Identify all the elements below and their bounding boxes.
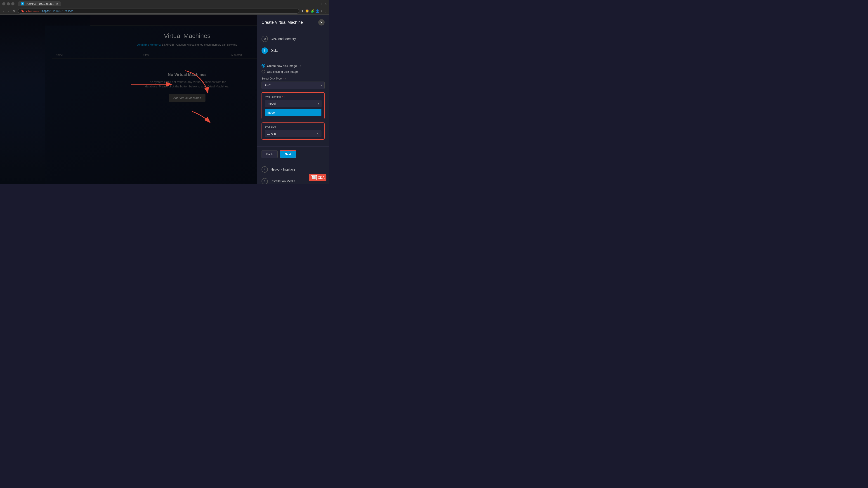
back-button[interactable]: Back [261,150,278,158]
menu-icon[interactable]: ⋮ [324,9,327,13]
minimize-button[interactable] [2,2,5,5]
step-network-interface[interactable]: 4 Network Interface [257,164,329,175]
warning-icon: ● [26,10,28,12]
size-input-field[interactable] [267,132,316,135]
network-step-label: Network Interface [271,168,296,171]
create-new-disk-option[interactable]: Create new disk image ? [261,64,324,68]
create-vm-modal: Create Virtual Machine ✕ ⚙ CPU And Memor… [257,15,329,184]
url-display[interactable]: https://192.168.31.7/ui/vm [42,9,73,13]
maximize-button[interactable] [7,2,10,5]
next-button[interactable]: Next [280,150,296,158]
zvol-size-label: Zvol Size [265,123,321,128]
disk-type-field-label: Select Disk Type * ? [261,77,324,80]
step-disks[interactable]: 3 Disks [257,45,329,57]
extensions-icon[interactable]: 🧩 [310,9,314,13]
zvol-location-select[interactable]: mpool [265,100,321,107]
cpu-memory-step-icon: ⚙ [264,37,266,40]
window-restore-icon[interactable]: □ [321,2,323,6]
modal-close-button[interactable]: ✕ [318,19,324,26]
disk-step-content: Create new disk image ? Use existing dis… [257,60,329,147]
create-new-disk-label: Create new disk image [267,64,297,68]
share-icon[interactable]: ⬆ [301,9,304,13]
use-existing-radio-circle [261,70,265,73]
window-controls [2,2,14,5]
zvol-label-text: Zvol Location [265,95,281,98]
size-clear-icon[interactable]: ✕ [316,132,319,135]
browser-titlebar: T TrueNAS - 192.168.31.7 ✕ + ─ □ ✕ [0,0,329,8]
disks-step-number: 3 [261,47,268,54]
modal-header: Create Virtual Machine ✕ [257,15,329,29]
installation-step-label: Installation Media [271,180,295,183]
zvol-location-label: Zvol Location * ? [265,95,321,98]
tab-title: TrueNAS - 192.168.31.7 [25,2,55,5]
disk-type-select-wrapper: AHCI VirtIO ▾ [261,82,324,89]
tab-favicon: T [21,2,24,5]
disk-type-select[interactable]: AHCI VirtIO [261,82,324,89]
profile-icon[interactable]: 👤 [315,9,319,13]
window-close-icon[interactable]: ✕ [324,2,327,6]
size-input-wrapper: ✕ [265,130,321,137]
xda-bracket-icon: ⬜ [311,175,317,180]
zvol-size-section: Zvol Size ✕ [261,123,324,140]
disk-type-radio-group: Create new disk image ? Use existing dis… [261,64,324,73]
disk-type-help-icon[interactable]: ? [285,77,286,80]
create-new-radio-circle [261,64,265,68]
security-indicator: ● Not secure [26,10,40,12]
browser-toolbar-icons: ⬆ 🦁 🧩 👤 ♪ ⋮ [301,9,327,13]
forward-button[interactable]: › [7,9,10,13]
zvol-location-section: Zvol Location * ? mpool ▾ mpool [261,92,324,119]
music-icon[interactable]: ♪ [321,9,322,13]
disks-step-label: Disks [271,49,278,53]
zvol-select-wrapper: mpool ▾ [265,100,321,107]
new-tab-button[interactable]: + [62,2,66,6]
xda-watermark: ⬜ XDA [309,174,327,181]
xda-label: XDA [318,176,324,180]
browser-toolbar: ‹ › ↻ 🔖 ● Not secure https://192.168.31.… [0,8,329,14]
brave-icon[interactable]: 🦁 [305,9,309,13]
use-existing-disk-option[interactable]: Use existing disk image [261,70,324,73]
network-step-number: 4 [261,166,268,173]
installation-step-num: 5 [264,180,266,183]
disk-type-label-text: Select Disk Type [261,77,282,80]
window-minimize-icon[interactable]: ─ [318,2,320,6]
cpu-memory-step-label: CPU And Memory [271,37,296,41]
disk-type-required-marker: * [283,77,284,80]
zvol-dropdown-option[interactable]: mpool [265,109,321,116]
create-new-help-icon[interactable]: ? [300,64,301,67]
tab-close-button[interactable]: ✕ [56,2,58,5]
not-secure-label: Not secure [28,10,40,12]
use-existing-disk-label: Use existing disk image [267,70,298,73]
cpu-memory-step-number: ⚙ [261,36,268,42]
disks-step-num: 3 [264,49,266,52]
browser-chrome: T TrueNAS - 192.168.31.7 ✕ + ─ □ ✕ ‹ › ↻… [0,0,329,15]
bookmark-icon: 🔖 [21,9,24,13]
tab-bar: T TrueNAS - 192.168.31.7 ✕ + [18,1,316,6]
close-window-button[interactable] [11,2,14,5]
modal-actions: Back Next [257,147,329,162]
active-tab[interactable]: T TrueNAS - 192.168.31.7 ✕ [18,1,61,6]
zvol-help-icon[interactable]: ? [284,96,285,98]
address-bar[interactable]: 🔖 ● Not secure https://192.168.31.7/ui/v… [18,8,299,13]
disk-type-field: Select Disk Type * ? AHCI VirtIO ▾ [261,77,324,89]
modal-title: Create Virtual Machine [261,20,303,25]
back-button[interactable]: ‹ [2,9,5,13]
zvol-required-marker: * [282,95,283,98]
app-container: True NAS SCALE ≡ ⊞ Dashboard ▤ Storage 📊… [0,15,329,184]
installation-step-number: 5 [261,178,268,184]
steps-list: ⚙ CPU And Memory 3 Disks [257,29,329,60]
step-cpu-memory[interactable]: ⚙ CPU And Memory [257,33,329,45]
reload-button[interactable]: ↻ [11,9,16,13]
radio-selected-dot [262,65,264,67]
network-step-num: 4 [264,168,266,171]
